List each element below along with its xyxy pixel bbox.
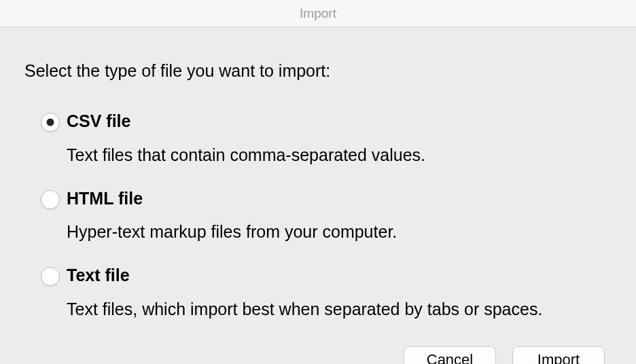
radio-text[interactable] <box>41 267 60 286</box>
button-row: Cancel Import <box>24 346 612 365</box>
option-csv-label[interactable]: CSV file <box>67 112 612 131</box>
dialog-content: Select the type of file you want to impo… <box>0 27 636 364</box>
option-csv-text: CSV file Text files that contain comma-s… <box>67 112 612 165</box>
option-text-description: Text files, which import best when separ… <box>67 299 542 318</box>
radio-csv[interactable] <box>41 113 60 132</box>
option-html-description: Hyper-text markup files from your comput… <box>67 222 397 241</box>
titlebar: Import <box>0 0 636 27</box>
cancel-button[interactable]: Cancel <box>404 346 496 365</box>
option-html-label[interactable]: HTML file <box>67 189 612 208</box>
option-html: HTML file Hyper-text markup files from y… <box>41 189 612 242</box>
file-type-options: CSV file Text files that contain comma-s… <box>24 112 612 319</box>
radio-html[interactable] <box>41 190 60 209</box>
option-text-text: Text file Text files, which import best … <box>67 266 612 319</box>
prompt-text: Select the type of file you want to impo… <box>24 61 612 81</box>
option-csv: CSV file Text files that contain comma-s… <box>41 112 612 165</box>
option-text-label[interactable]: Text file <box>67 266 612 285</box>
import-button[interactable]: Import <box>512 346 605 365</box>
window-title: Import <box>300 6 336 21</box>
option-csv-description: Text files that contain comma-separated … <box>67 145 425 164</box>
option-html-text: HTML file Hyper-text markup files from y… <box>67 189 612 242</box>
option-text: Text file Text files, which import best … <box>41 266 612 319</box>
